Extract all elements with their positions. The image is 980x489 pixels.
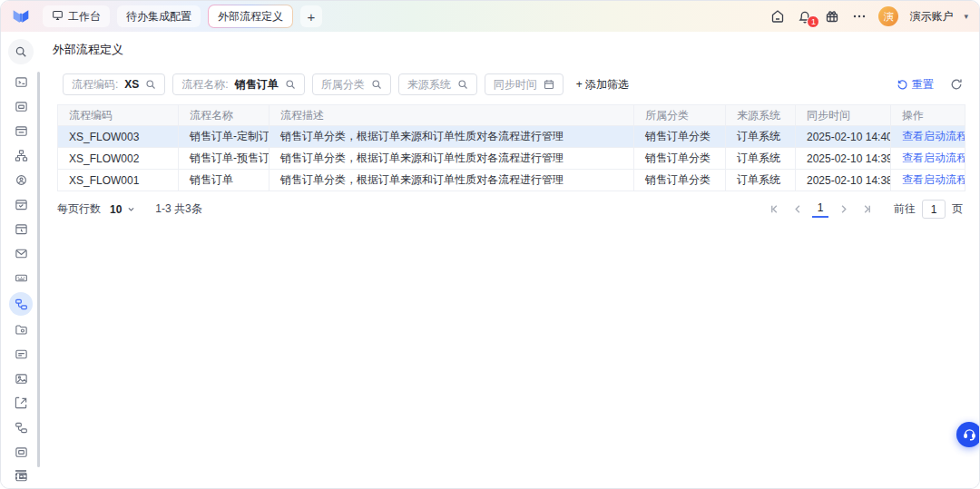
sidebar-item-terminal-app-icon[interactable]	[8, 70, 34, 94]
app-logo-icon	[12, 7, 30, 25]
view-start-process-link[interactable]: 查看启动流程	[902, 130, 965, 142]
col-header-process-desc: 流程描述	[270, 105, 634, 126]
cell-process-code: XS_FLOW002	[58, 148, 179, 170]
range-text: 1-3 共3条	[155, 201, 201, 217]
first-page-button[interactable]	[765, 200, 783, 219]
search-icon[interactable]	[8, 39, 34, 64]
view-start-process-link[interactable]: 查看启动流程	[902, 173, 965, 186]
previous-page-button[interactable]	[789, 200, 807, 219]
tab-todo-integration-config[interactable]: 待办集成配置	[117, 5, 201, 27]
new-tab-button[interactable]: +	[300, 5, 322, 27]
collapse-menu-icon[interactable]	[1, 468, 41, 481]
chat-support-button[interactable]	[956, 422, 980, 447]
sidebar-item-monitor-app-icon[interactable]	[8, 440, 34, 465]
cell-process-name: 销售订单-预售订单	[179, 148, 270, 170]
current-page[interactable]: 1	[812, 200, 828, 218]
cell-sync-time: 2025-02-10 14:39:50	[796, 148, 891, 170]
next-page-button[interactable]	[834, 200, 852, 219]
cell-process-code: XS_FLOW001	[58, 170, 179, 191]
filter-label: 所属分类	[321, 77, 365, 93]
sidebar-item-keyboard-icon[interactable]	[8, 266, 34, 290]
col-header-source-system: 来源系统	[726, 105, 796, 126]
filter-value: 销售订单	[235, 77, 279, 93]
last-page-button[interactable]	[858, 200, 876, 219]
rows-per-page-select[interactable]: 10	[110, 203, 135, 216]
filter-label: 流程名称:	[181, 77, 228, 93]
cell-process-name: 销售订单-定制订单	[179, 126, 270, 148]
filter-sync-time[interactable]: 同步时间	[485, 73, 564, 95]
sidebar-item-service-gear-icon[interactable]	[8, 168, 34, 192]
process-table: 流程编码 流程名称 流程描述 所属分类 来源系统 同步时间 操作 XS_FLOW…	[57, 104, 965, 191]
user-avatar[interactable]: 演	[878, 6, 898, 26]
refresh-icon[interactable]	[950, 78, 963, 91]
home-icon[interactable]	[769, 8, 786, 24]
filter-process-code[interactable]: 流程编码:XS	[63, 73, 165, 95]
sidebar-item-calendar-clock-icon[interactable]	[8, 217, 34, 241]
goto-page-input[interactable]	[922, 200, 946, 219]
rows-per-page-label: 每页行数	[57, 201, 101, 217]
more-ellipsis-icon[interactable]	[851, 8, 867, 24]
cell-category: 销售订单分类	[634, 148, 726, 170]
filter-category[interactable]: 所属分类	[312, 73, 391, 95]
view-start-process-link[interactable]: 查看启动流程	[902, 152, 965, 164]
sidebar-item-id-card-icon[interactable]	[8, 342, 34, 367]
sidebar-item-image-icon[interactable]	[8, 367, 34, 391]
reset-icon	[897, 79, 908, 91]
sidebar	[1, 32, 41, 488]
gift-icon[interactable]	[824, 8, 840, 24]
user-account-name[interactable]: 演示账户	[909, 9, 953, 24]
search-icon	[145, 79, 156, 90]
col-header-process-code: 流程编码	[58, 105, 179, 126]
tab-external-process-wrap: 外部流程定义	[208, 5, 293, 28]
sidebar-item-workflow-icon[interactable]	[9, 292, 33, 316]
pagination-bar: 每页行数 10 1-3 共3条 1	[57, 200, 963, 219]
cell-source-system: 订单系统	[726, 170, 796, 191]
tab-external-process-definition[interactable]: 外部流程定义	[209, 5, 292, 27]
cell-category: 销售订单分类	[634, 126, 726, 148]
notification-bell-icon[interactable]: 1	[797, 8, 813, 24]
filter-label: 来源系统	[407, 77, 451, 93]
filter-label: 同步时间	[494, 77, 537, 93]
search-icon	[371, 79, 382, 90]
cell-source-system: 订单系统	[726, 148, 796, 170]
col-header-category: 所属分类	[634, 105, 726, 126]
chevron-down-icon	[127, 205, 135, 213]
tab-label: 工作台	[68, 9, 101, 24]
sidebar-item-folder-icon[interactable]	[8, 318, 34, 342]
sidebar-item-flow-nodes-icon[interactable]	[8, 416, 34, 440]
sidebar-item-window-app-icon[interactable]	[8, 94, 34, 119]
sidebar-scrollbar[interactable]	[37, 72, 40, 467]
table-header-row: 流程编码 流程名称 流程描述 所属分类 来源系统 同步时间 操作	[58, 105, 965, 126]
filter-source-system[interactable]: 来源系统	[398, 73, 477, 95]
table-row[interactable]: XS_FLOW003 销售订单-定制订单 销售订单分类，根据订单来源和订单性质对…	[58, 126, 965, 148]
cell-process-code: XS_FLOW003	[58, 126, 179, 148]
cell-sync-time: 2025-02-10 14:40:10	[796, 126, 891, 148]
add-filter-button[interactable]: + 添加筛选	[576, 77, 629, 93]
sidebar-item-calendar-check-icon[interactable]	[8, 192, 34, 217]
topbar-actions: 1 演 演示账户 ▾	[769, 6, 968, 26]
cell-sync-time: 2025-02-10 14:38:46	[796, 170, 891, 191]
sidebar-item-hierarchy-icon[interactable]	[8, 143, 34, 168]
workspace-icon	[52, 9, 64, 24]
headset-chat-icon	[963, 428, 976, 442]
main-content: 外部流程定义 流程编码:XS 流程名称:销售订单 所属分类 来源系统 同步时间	[41, 32, 979, 488]
chevron-down-icon[interactable]: ▾	[964, 12, 968, 21]
sidebar-item-mail-icon[interactable]	[8, 241, 34, 266]
tab-workspace[interactable]: 工作台	[43, 5, 110, 27]
cell-process-desc: 销售订单分类，根据订单来源和订单性质对各流程进行管理	[270, 148, 634, 170]
filter-label: 流程编码:	[72, 77, 118, 93]
table-row[interactable]: XS_FLOW001 销售订单 销售订单分类，根据订单来源和订单性质对各流程进行…	[58, 170, 965, 191]
page-title: 外部流程定义	[41, 32, 979, 58]
reset-button[interactable]: 重置	[897, 77, 934, 93]
goto-page-label: 前往	[894, 201, 916, 217]
search-icon	[457, 79, 468, 90]
page-unit-label: 页	[952, 201, 963, 217]
tab-label: 外部流程定义	[218, 9, 283, 24]
cell-source-system: 订单系统	[726, 126, 796, 148]
search-icon	[285, 79, 296, 90]
cell-category: 销售订单分类	[634, 170, 726, 191]
table-row[interactable]: XS_FLOW002 销售订单-预售订单 销售订单分类，根据订单来源和订单性质对…	[58, 148, 965, 170]
filter-process-name[interactable]: 流程名称:销售订单	[172, 73, 304, 95]
sidebar-item-export-icon[interactable]	[8, 391, 34, 416]
sidebar-item-browser-app-icon[interactable]	[8, 119, 34, 143]
